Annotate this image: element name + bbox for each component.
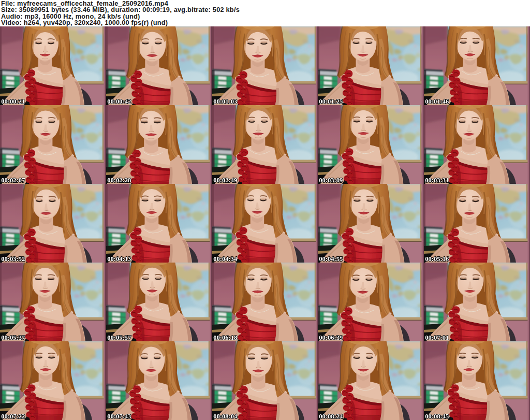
svg-text:00:01:46: 00:01:46 bbox=[425, 98, 449, 105]
svg-text:00:02:49: 00:02:49 bbox=[213, 177, 237, 184]
svg-text:00:04:13: 00:04:13 bbox=[107, 255, 131, 263]
svg-text:00:07:22: 00:07:22 bbox=[1, 413, 25, 420]
svg-text:00:04:34: 00:04:34 bbox=[213, 255, 238, 263]
svg-text:00:03:31: 00:03:31 bbox=[425, 177, 449, 184]
svg-text:00:03:52: 00:03:52 bbox=[1, 255, 25, 263]
svg-text:00:02:07: 00:02:07 bbox=[1, 177, 25, 184]
svg-text:00:06:39: 00:06:39 bbox=[319, 334, 343, 341]
svg-text:00:02:28: 00:02:28 bbox=[107, 177, 131, 184]
svg-text:00:00:21: 00:00:21 bbox=[1, 98, 25, 105]
svg-text:00:03:09: 00:03:09 bbox=[319, 177, 343, 184]
svg-text:00:08:45: 00:08:45 bbox=[425, 413, 449, 420]
svg-text:00:01:03: 00:01:03 bbox=[213, 98, 237, 105]
svg-text:00:04:55: 00:04:55 bbox=[319, 255, 343, 263]
svg-text:00:05:37: 00:05:37 bbox=[1, 334, 25, 341]
svg-text:00:00:42: 00:00:42 bbox=[107, 98, 131, 105]
svg-text:00:01:25: 00:01:25 bbox=[319, 98, 343, 105]
svg-text:00:07:43: 00:07:43 bbox=[107, 413, 131, 420]
svg-text:00:05:16: 00:05:16 bbox=[425, 255, 449, 263]
svg-text:00:06:18: 00:06:18 bbox=[213, 334, 237, 341]
svg-text:00:05:57: 00:05:57 bbox=[107, 334, 131, 341]
svg-text:00:07:01: 00:07:01 bbox=[425, 334, 449, 341]
svg-text:00:08:04: 00:08:04 bbox=[213, 413, 238, 420]
svg-text:00:08:24: 00:08:24 bbox=[319, 413, 344, 420]
